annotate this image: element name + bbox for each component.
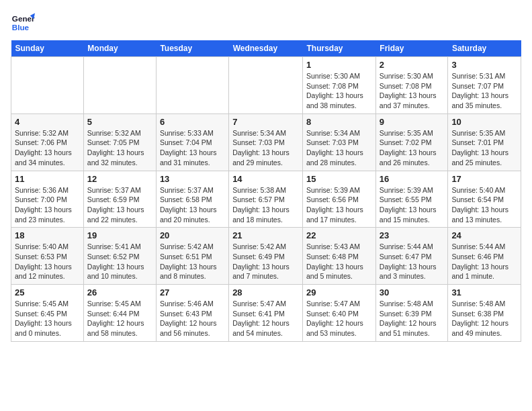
day-number: 12 [87, 174, 152, 184]
calendar-cell-3-5: 23Sunrise: 5:44 AM Sunset: 6:47 PM Dayli… [375, 228, 448, 285]
day-info: Sunrise: 5:35 AM Sunset: 7:02 PM Dayligh… [380, 129, 437, 167]
calendar-cell-0-2 [156, 57, 228, 114]
cell-content-day-30: 30Sunrise: 5:48 AM Sunset: 6:39 PM Dayli… [380, 287, 445, 338]
day-number: 3 [451, 60, 517, 70]
day-number: 29 [306, 287, 372, 298]
weekday-header-friday: Friday [375, 40, 448, 57]
day-info: Sunrise: 5:39 AM Sunset: 6:55 PM Dayligh… [380, 186, 437, 224]
weekday-header-monday: Monday [83, 40, 156, 57]
cell-content-day-11: 11Sunrise: 5:36 AM Sunset: 7:00 PM Dayli… [15, 174, 80, 225]
day-info: Sunrise: 5:36 AM Sunset: 7:00 PM Dayligh… [15, 186, 72, 224]
cell-content-day-28: 28Sunrise: 5:47 AM Sunset: 6:41 PM Dayli… [232, 287, 299, 338]
day-info: Sunrise: 5:31 AM Sunset: 7:07 PM Dayligh… [451, 72, 508, 109]
calendar-cell-1-6: 10Sunrise: 5:35 AM Sunset: 7:01 PM Dayli… [448, 113, 521, 171]
calendar-cell-4-6: 31Sunrise: 5:48 AM Sunset: 6:38 PM Dayli… [448, 285, 521, 342]
day-info: Sunrise: 5:34 AM Sunset: 7:03 PM Dayligh… [306, 129, 363, 167]
day-number: 23 [380, 230, 445, 240]
day-number: 11 [15, 174, 80, 184]
cell-content-day-23: 23Sunrise: 5:44 AM Sunset: 6:47 PM Dayli… [380, 230, 445, 281]
weekday-header-saturday: Saturday [448, 40, 521, 57]
calendar-cell-0-0 [11, 57, 84, 114]
cell-content-day-10: 10Sunrise: 5:35 AM Sunset: 7:01 PM Dayli… [451, 117, 517, 168]
cell-content-day-13: 13Sunrise: 5:37 AM Sunset: 6:58 PM Dayli… [160, 174, 225, 225]
day-info: Sunrise: 5:37 AM Sunset: 6:59 PM Dayligh… [87, 186, 144, 224]
day-info: Sunrise: 5:48 AM Sunset: 6:38 PM Dayligh… [451, 300, 508, 337]
cell-content-day-5: 5Sunrise: 5:32 AM Sunset: 7:05 PM Daylig… [87, 117, 152, 168]
day-number: 27 [160, 287, 225, 298]
calendar-cell-0-3 [229, 57, 303, 114]
day-info: Sunrise: 5:39 AM Sunset: 6:56 PM Dayligh… [306, 186, 363, 224]
day-number: 25 [15, 287, 80, 298]
calendar-table: SundayMondayTuesdayWednesdayThursdayFrid… [11, 40, 521, 342]
day-info: Sunrise: 5:34 AM Sunset: 7:03 PM Dayligh… [232, 129, 290, 167]
cell-content-day-7: 7Sunrise: 5:34 AM Sunset: 7:03 PM Daylig… [232, 117, 299, 168]
calendar-cell-1-2: 6Sunrise: 5:33 AM Sunset: 7:04 PM Daylig… [156, 113, 228, 171]
day-info: Sunrise: 5:41 AM Sunset: 6:52 PM Dayligh… [87, 242, 144, 280]
cell-content-day-21: 21Sunrise: 5:42 AM Sunset: 6:49 PM Dayli… [232, 230, 299, 281]
calendar-cell-3-3: 21Sunrise: 5:42 AM Sunset: 6:49 PM Dayli… [229, 228, 303, 285]
day-info: Sunrise: 5:42 AM Sunset: 6:51 PM Dayligh… [160, 242, 217, 280]
day-number: 15 [306, 174, 372, 184]
day-info: Sunrise: 5:42 AM Sunset: 6:49 PM Dayligh… [232, 242, 290, 280]
weekday-header-row: SundayMondayTuesdayWednesdayThursdayFrid… [11, 40, 521, 57]
day-number: 8 [306, 117, 372, 127]
day-info: Sunrise: 5:37 AM Sunset: 6:58 PM Dayligh… [160, 186, 217, 224]
cell-content-day-1: 1Sunrise: 5:30 AM Sunset: 7:08 PM Daylig… [306, 60, 372, 111]
calendar-cell-0-4: 1Sunrise: 5:30 AM Sunset: 7:08 PM Daylig… [303, 57, 376, 114]
calendar-cell-3-2: 20Sunrise: 5:42 AM Sunset: 6:51 PM Dayli… [156, 228, 228, 285]
day-number: 28 [232, 287, 299, 298]
day-info: Sunrise: 5:40 AM Sunset: 6:53 PM Dayligh… [15, 242, 72, 280]
day-number: 16 [380, 174, 445, 184]
day-info: Sunrise: 5:44 AM Sunset: 6:47 PM Dayligh… [380, 242, 437, 280]
day-number: 6 [160, 117, 225, 127]
day-info: Sunrise: 5:43 AM Sunset: 6:48 PM Dayligh… [306, 242, 363, 280]
day-info: Sunrise: 5:38 AM Sunset: 6:57 PM Dayligh… [232, 186, 290, 224]
cell-content-day-24: 24Sunrise: 5:44 AM Sunset: 6:46 PM Dayli… [451, 230, 517, 281]
day-number: 18 [15, 230, 80, 240]
calendar-cell-2-3: 14Sunrise: 5:38 AM Sunset: 6:57 PM Dayli… [229, 171, 303, 228]
cell-content-day-15: 15Sunrise: 5:39 AM Sunset: 6:56 PM Dayli… [306, 174, 372, 225]
cell-content-day-9: 9Sunrise: 5:35 AM Sunset: 7:02 PM Daylig… [380, 117, 445, 168]
calendar-cell-3-4: 22Sunrise: 5:43 AM Sunset: 6:48 PM Dayli… [303, 228, 376, 285]
week-row-5: 25Sunrise: 5:45 AM Sunset: 6:45 PM Dayli… [11, 285, 521, 342]
calendar-cell-1-4: 8Sunrise: 5:34 AM Sunset: 7:03 PM Daylig… [303, 113, 376, 171]
week-row-3: 11Sunrise: 5:36 AM Sunset: 7:00 PM Dayli… [11, 171, 521, 228]
cell-content-day-25: 25Sunrise: 5:45 AM Sunset: 6:45 PM Dayli… [15, 287, 80, 338]
day-number: 10 [451, 117, 517, 127]
day-info: Sunrise: 5:48 AM Sunset: 6:39 PM Dayligh… [380, 300, 437, 337]
calendar-cell-1-5: 9Sunrise: 5:35 AM Sunset: 7:02 PM Daylig… [375, 113, 448, 171]
day-number: 20 [160, 230, 225, 240]
cell-content-day-27: 27Sunrise: 5:46 AM Sunset: 6:43 PM Dayli… [160, 287, 225, 338]
calendar-cell-2-1: 12Sunrise: 5:37 AM Sunset: 6:59 PM Dayli… [83, 171, 156, 228]
calendar-cell-3-1: 19Sunrise: 5:41 AM Sunset: 6:52 PM Dayli… [83, 228, 156, 285]
weekday-header-thursday: Thursday [303, 40, 376, 57]
cell-content-day-16: 16Sunrise: 5:39 AM Sunset: 6:55 PM Dayli… [380, 174, 445, 225]
day-info: Sunrise: 5:30 AM Sunset: 7:08 PM Dayligh… [380, 72, 437, 109]
day-number: 9 [380, 117, 445, 127]
calendar-cell-4-5: 30Sunrise: 5:48 AM Sunset: 6:39 PM Dayli… [375, 285, 448, 342]
logo-icon: General Blue [11, 11, 35, 35]
calendar-body: 1Sunrise: 5:30 AM Sunset: 7:08 PM Daylig… [11, 57, 521, 342]
cell-content-day-4: 4Sunrise: 5:32 AM Sunset: 7:06 PM Daylig… [15, 117, 80, 168]
day-info: Sunrise: 5:32 AM Sunset: 7:06 PM Dayligh… [15, 129, 72, 167]
day-number: 26 [87, 287, 152, 298]
calendar-cell-2-2: 13Sunrise: 5:37 AM Sunset: 6:58 PM Dayli… [156, 171, 228, 228]
day-number: 22 [306, 230, 372, 240]
calendar-cell-4-2: 27Sunrise: 5:46 AM Sunset: 6:43 PM Dayli… [156, 285, 228, 342]
day-number: 7 [232, 117, 299, 127]
calendar-cell-1-1: 5Sunrise: 5:32 AM Sunset: 7:05 PM Daylig… [83, 113, 156, 171]
weekday-header-sunday: Sunday [11, 40, 84, 57]
day-info: Sunrise: 5:45 AM Sunset: 6:44 PM Dayligh… [87, 300, 144, 337]
day-number: 4 [15, 117, 80, 127]
cell-content-day-18: 18Sunrise: 5:40 AM Sunset: 6:53 PM Dayli… [15, 230, 80, 281]
day-info: Sunrise: 5:32 AM Sunset: 7:05 PM Dayligh… [87, 129, 144, 167]
calendar-cell-0-1 [83, 57, 156, 114]
day-info: Sunrise: 5:47 AM Sunset: 6:40 PM Dayligh… [306, 300, 363, 337]
day-number: 13 [160, 174, 225, 184]
calendar-cell-3-0: 18Sunrise: 5:40 AM Sunset: 6:53 PM Dayli… [11, 228, 84, 285]
cell-content-day-3: 3Sunrise: 5:31 AM Sunset: 7:07 PM Daylig… [451, 60, 517, 111]
day-number: 31 [451, 287, 517, 298]
day-number: 14 [232, 174, 299, 184]
calendar-cell-4-1: 26Sunrise: 5:45 AM Sunset: 6:44 PM Dayli… [83, 285, 156, 342]
calendar-cell-4-4: 29Sunrise: 5:47 AM Sunset: 6:40 PM Dayli… [303, 285, 376, 342]
